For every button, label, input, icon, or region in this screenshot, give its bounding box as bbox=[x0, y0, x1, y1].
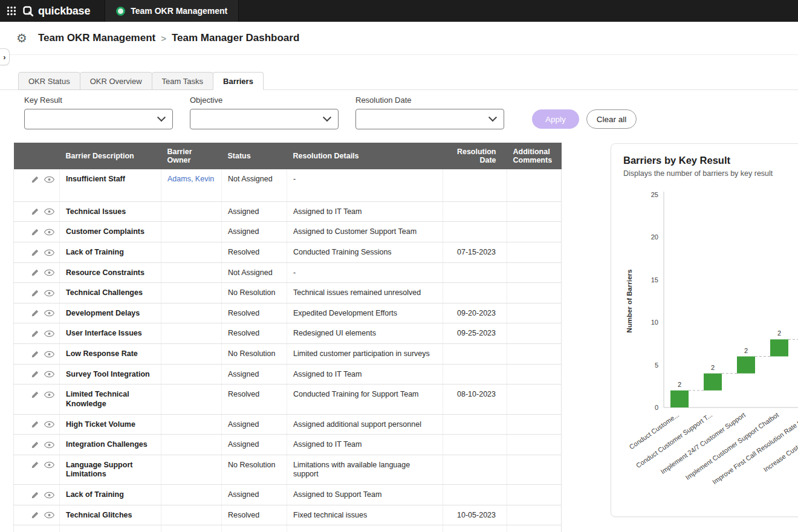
edit-pencil-icon[interactable] bbox=[31, 461, 39, 469]
col-header-barrier-description[interactable]: Barrier Description bbox=[60, 143, 161, 169]
table-row: Technical IssuesAssignedAssigned to IT T… bbox=[14, 201, 562, 222]
barrier-owner-cell bbox=[161, 384, 222, 414]
comments-cell bbox=[507, 505, 562, 525]
chart-bar[interactable] bbox=[704, 374, 722, 391]
resolution-details-cell: - bbox=[287, 262, 443, 283]
clear-all-button[interactable]: Clear all bbox=[586, 109, 637, 129]
app-icon bbox=[116, 7, 125, 16]
comments-cell bbox=[507, 364, 562, 384]
barrier-description-cell: User Interface Issues bbox=[60, 323, 161, 344]
barrier-owner-cell bbox=[161, 414, 222, 435]
barrier-owner-cell bbox=[161, 323, 222, 344]
edit-pencil-icon[interactable] bbox=[31, 391, 39, 399]
resolution-date-cell bbox=[443, 344, 507, 365]
row-actions-cell bbox=[14, 344, 60, 365]
chart-bar[interactable] bbox=[770, 339, 788, 356]
tab-barriers[interactable]: Barriers bbox=[213, 72, 264, 90]
comments-cell bbox=[507, 344, 562, 365]
col-header-additional-comments[interactable]: Additional Comments bbox=[507, 143, 562, 169]
edit-pencil-icon[interactable] bbox=[31, 491, 39, 499]
view-eye-icon[interactable] bbox=[44, 269, 54, 276]
filter-key-result: Key Result bbox=[24, 96, 173, 129]
view-eye-icon[interactable] bbox=[44, 421, 54, 428]
comments-cell bbox=[507, 169, 562, 201]
edit-pencil-icon[interactable] bbox=[31, 207, 39, 216]
view-eye-icon[interactable] bbox=[44, 310, 54, 317]
view-eye-icon[interactable] bbox=[44, 330, 54, 337]
key-result-dropdown[interactable] bbox=[24, 109, 173, 129]
resolution-date-dropdown[interactable] bbox=[355, 109, 504, 129]
status-cell: Resolved bbox=[222, 384, 287, 414]
edit-pencil-icon[interactable] bbox=[31, 228, 39, 236]
barrier-owner-cell bbox=[161, 283, 222, 303]
resolution-date-cell: 09-20-2023 bbox=[443, 303, 507, 323]
view-eye-icon[interactable] bbox=[44, 290, 54, 297]
filter-buttons: Apply Clear all bbox=[532, 109, 637, 129]
tab-team-tasks[interactable]: Team Tasks bbox=[152, 72, 213, 90]
quickbase-logo-icon bbox=[23, 6, 33, 16]
edit-pencil-icon[interactable] bbox=[31, 370, 39, 378]
app-tab-team-okr-management[interactable]: Team OKR Management bbox=[105, 0, 239, 22]
barrier-owner-cell bbox=[161, 242, 222, 262]
resolution-date-cell bbox=[443, 435, 507, 455]
view-eye-icon[interactable] bbox=[44, 511, 54, 519]
quickbase-logo[interactable]: quickbase bbox=[23, 5, 99, 18]
edit-pencil-icon[interactable] bbox=[31, 289, 39, 297]
view-eye-icon[interactable] bbox=[44, 491, 54, 499]
view-eye-icon[interactable] bbox=[44, 229, 54, 236]
bar-value-label: 2 bbox=[678, 381, 681, 388]
sidebar-expand-chevron-icon[interactable]: › bbox=[0, 48, 10, 65]
bar-value-label: 2 bbox=[777, 329, 781, 337]
chart-bar[interactable] bbox=[737, 357, 755, 374]
col-header-barrier-owner[interactable]: Barrier Owner bbox=[161, 143, 222, 169]
view-eye-icon[interactable] bbox=[44, 461, 54, 469]
gear-icon[interactable]: ⚙ bbox=[16, 32, 27, 44]
chevron-down-icon bbox=[488, 113, 497, 122]
tab-okr-overview[interactable]: OKR Overview bbox=[80, 72, 152, 90]
y-axis-title: Number of Barriers bbox=[626, 270, 633, 333]
comments-cell bbox=[507, 262, 562, 283]
row-actions-cell bbox=[14, 505, 60, 525]
resolution-details-cell: Assigned to IT Team bbox=[287, 201, 443, 222]
tab-okr-status[interactable]: OKR Status bbox=[18, 72, 80, 90]
edit-pencil-icon[interactable] bbox=[31, 511, 39, 519]
resolution-date-cell: 10-05-2023 bbox=[443, 505, 507, 525]
y-tick-label: 25 bbox=[651, 191, 658, 198]
view-eye-icon[interactable] bbox=[44, 208, 54, 215]
view-eye-icon[interactable] bbox=[44, 391, 54, 398]
edit-pencil-icon[interactable] bbox=[31, 420, 39, 429]
edit-pencil-icon[interactable] bbox=[31, 175, 39, 184]
edit-pencil-icon[interactable] bbox=[31, 350, 39, 358]
edit-pencil-icon[interactable] bbox=[31, 309, 39, 317]
barrier-description-cell: Insufficient Staff bbox=[60, 169, 161, 201]
apps-grid-icon[interactable] bbox=[0, 0, 23, 22]
barrier-description-cell: Content Creation bbox=[60, 525, 161, 532]
row-actions-cell bbox=[14, 222, 60, 242]
edit-pencil-icon[interactable] bbox=[31, 441, 39, 449]
col-header-status[interactable]: Status bbox=[222, 143, 287, 169]
edit-pencil-icon[interactable] bbox=[31, 248, 39, 257]
chart-bar[interactable] bbox=[670, 391, 689, 407]
view-eye-icon[interactable] bbox=[44, 441, 54, 449]
col-header-resolution-date[interactable]: Resolution Date bbox=[443, 143, 507, 169]
chart-canvas[interactable]: 0510152025Number of Barriers2Conduct Cus… bbox=[623, 181, 798, 510]
edit-pencil-icon[interactable] bbox=[31, 268, 39, 277]
resolution-date-cell bbox=[443, 525, 507, 532]
filter-bar: Key Result Objective Resolution Date App… bbox=[24, 96, 637, 129]
page-title: Team Manager Dashboard bbox=[172, 32, 299, 44]
edit-pencil-icon[interactable] bbox=[31, 329, 39, 338]
table-row: Development DelaysResolvedExpedited Deve… bbox=[14, 303, 562, 323]
owner-link[interactable]: Adams, Kevin bbox=[167, 175, 214, 183]
status-cell: Assigned bbox=[222, 525, 287, 532]
view-eye-icon[interactable] bbox=[44, 176, 54, 183]
apply-button[interactable]: Apply bbox=[532, 109, 579, 129]
resolution-details-cell: Technical issues remained unresolved bbox=[287, 283, 443, 303]
status-cell: Assigned bbox=[222, 201, 287, 222]
col-header-resolution-details[interactable]: Resolution Details bbox=[287, 143, 443, 169]
view-eye-icon[interactable] bbox=[44, 249, 54, 256]
view-eye-icon[interactable] bbox=[44, 371, 54, 378]
objective-dropdown[interactable] bbox=[190, 109, 339, 129]
breadcrumb-app-link[interactable]: Team OKR Management bbox=[38, 32, 155, 44]
view-eye-icon[interactable] bbox=[44, 351, 54, 358]
comments-cell bbox=[507, 242, 562, 262]
